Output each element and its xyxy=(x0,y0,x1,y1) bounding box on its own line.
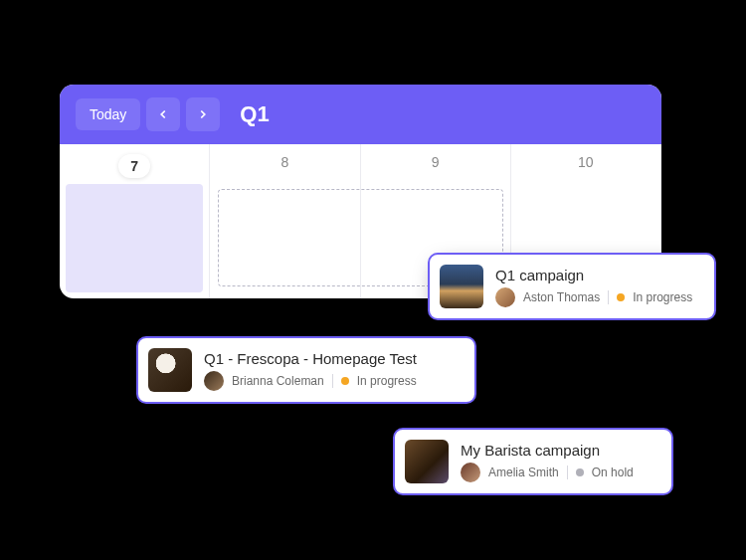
chevron-left-icon xyxy=(156,107,170,121)
selected-day-highlight xyxy=(66,184,203,292)
meta-divider xyxy=(567,466,568,479)
campaign-title: Q1 campaign xyxy=(495,267,692,283)
next-button[interactable] xyxy=(186,97,220,131)
day-column[interactable]: 7 xyxy=(60,144,210,298)
avatar xyxy=(495,287,515,307)
campaign-meta: Brianna Coleman In progress xyxy=(204,371,417,391)
day-number: 10 xyxy=(578,154,594,170)
status-label: In progress xyxy=(633,290,692,304)
campaign-card[interactable]: My Barista campaign Amelia Smith On hold xyxy=(393,428,673,495)
campaign-title: My Barista campaign xyxy=(461,442,634,459)
today-button[interactable]: Today xyxy=(76,98,140,130)
campaign-thumbnail xyxy=(405,440,449,483)
owner-name: Amelia Smith xyxy=(488,466,559,479)
status-dot xyxy=(617,293,625,301)
campaign-title: Q1 - Frescopa - Homepage Test xyxy=(204,350,417,367)
campaign-meta: Aston Thomas In progress xyxy=(495,287,692,307)
campaign-thumbnail xyxy=(440,265,483,308)
chevron-right-icon xyxy=(196,107,210,121)
day-number-selected: 7 xyxy=(118,154,150,178)
campaign-meta: Amelia Smith On hold xyxy=(461,463,634,482)
quarter-title: Q1 xyxy=(240,101,269,127)
meta-divider xyxy=(608,290,609,304)
campaign-card[interactable]: Q1 campaign Aston Thomas In progress xyxy=(428,253,716,320)
prev-button[interactable] xyxy=(146,97,180,131)
status-dot xyxy=(341,377,349,385)
owner-name: Aston Thomas xyxy=(523,290,600,304)
campaign-thumbnail xyxy=(148,348,192,392)
status-label: In progress xyxy=(357,374,417,388)
status-dot xyxy=(576,468,584,476)
day-number: 9 xyxy=(432,154,440,170)
status-label: On hold xyxy=(592,466,634,479)
campaign-card-body: Q1 - Frescopa - Homepage Test Brianna Co… xyxy=(204,350,417,391)
day-number: 8 xyxy=(280,154,288,170)
calendar-header: Today Q1 xyxy=(60,85,661,144)
campaign-card-body: My Barista campaign Amelia Smith On hold xyxy=(461,442,634,482)
campaign-card[interactable]: Q1 - Frescopa - Homepage Test Brianna Co… xyxy=(136,336,476,404)
avatar xyxy=(461,463,480,482)
avatar xyxy=(204,371,224,391)
owner-name: Brianna Coleman xyxy=(232,374,324,388)
meta-divider xyxy=(332,374,333,388)
campaign-card-body: Q1 campaign Aston Thomas In progress xyxy=(495,267,692,307)
